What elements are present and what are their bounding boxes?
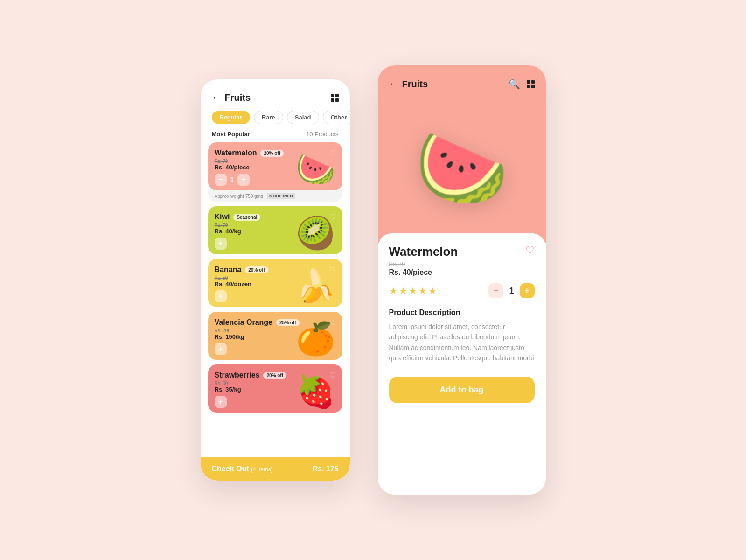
badge-strawberry: 20% off xyxy=(263,372,286,379)
product-name: Watermelon xyxy=(389,245,458,259)
star-3: ★ xyxy=(409,285,417,296)
name-badge-row: Watermelon 20% off xyxy=(215,149,284,157)
fruit-name-kiwi: Kiwi xyxy=(215,213,230,221)
qty-watermelon: 1 xyxy=(230,176,234,183)
product-orig-price: Rs. 70 xyxy=(389,261,535,267)
product-detail-body: Watermelon ♡ Rs. 70 Rs. 40/piece ★ ★ ★ ★… xyxy=(378,233,546,495)
star-2: ★ xyxy=(399,285,407,296)
category-tabs: Regular Rare Salad Other xyxy=(201,109,350,131)
kiwi-card[interactable]: Kiwi Seasonal ♡ Rs. 70 Rs. 40/kg + 🥝 xyxy=(208,206,342,254)
weight-text: Approx weight 750 gms xyxy=(215,194,264,199)
weight-info: Approx weight 750 gms MORE INFO xyxy=(208,190,342,202)
tab-other[interactable]: Other xyxy=(323,111,350,124)
increase-qty-watermelon[interactable]: + xyxy=(237,174,250,186)
rating-stars: ★ ★ ★ ★ ★ xyxy=(389,285,437,296)
qty-control-detail: − 1 + xyxy=(488,283,534,298)
banana-card[interactable]: Banana 20% off ♡ Rs. 50 Rs. 40/dozen + 🍌 xyxy=(208,259,342,307)
add-qty-strawberry[interactable]: + xyxy=(215,396,227,408)
decrease-qty-watermelon[interactable]: − xyxy=(215,174,227,186)
star-5: ★ xyxy=(428,285,437,296)
list-label: Most Popular xyxy=(212,131,250,138)
star-4: ★ xyxy=(418,285,427,296)
badge-banana: 20% off xyxy=(245,266,268,273)
grid-dot xyxy=(331,94,334,97)
search-icon[interactable]: 🔍 xyxy=(509,78,520,90)
grid-dot xyxy=(527,80,530,84)
grid-dot xyxy=(335,98,339,102)
strawberry-image: 🍓 xyxy=(296,375,338,413)
description-title: Product Description xyxy=(389,308,535,317)
hero-section: ← Fruits 🔍 🍉 xyxy=(378,65,546,243)
grid-dot xyxy=(331,98,334,102)
stars-qty-row: ★ ★ ★ ★ ★ − 1 + xyxy=(389,283,535,298)
detail-page-title: Fruits xyxy=(402,79,428,90)
add-qty-kiwi[interactable]: + xyxy=(215,238,227,250)
increase-qty-detail[interactable]: + xyxy=(520,283,535,298)
list-metadata: Most Popular 10 Products xyxy=(201,131,350,142)
discount-badge-watermelon: 20% off xyxy=(260,150,284,157)
add-to-bag-button[interactable]: Add to bag xyxy=(389,377,535,403)
favorite-icon-detail[interactable]: ♡ xyxy=(525,245,535,257)
list-header: ← Fruits xyxy=(201,79,350,109)
fruit-name-strawberry: Strawberries xyxy=(215,371,260,379)
name-badge-kiwi: Kiwi Seasonal xyxy=(215,213,261,221)
banana-image: 🍌 xyxy=(296,270,338,307)
star-1: ★ xyxy=(389,285,397,296)
watermelon-card[interactable]: Watermelon 20% off ♡ Rs. 70 Rs. 40/piece… xyxy=(208,142,342,190)
description-text: Lorem ipsum dolor sit amet, consectetur … xyxy=(389,322,535,364)
fruit-name-orange: Valencia Orange xyxy=(215,318,273,327)
product-count: 10 Products xyxy=(306,131,338,138)
watermelon-image: 🍉 xyxy=(296,153,338,190)
badge-kiwi: Seasonal xyxy=(233,214,260,221)
orange-image: 🍊 xyxy=(296,322,338,360)
detail-header-left: ← Fruits xyxy=(389,79,428,90)
name-badge-banana: Banana 20% off xyxy=(215,266,268,274)
grid-dot xyxy=(527,85,530,88)
back-button[interactable]: ← xyxy=(212,93,220,103)
detail-back-button[interactable]: ← xyxy=(389,79,397,89)
kiwi-image: 🥝 xyxy=(296,217,338,254)
grid-dot xyxy=(531,80,535,84)
name-badge-strawberry: Strawberries 20% off xyxy=(215,371,287,379)
add-qty-banana[interactable]: + xyxy=(215,290,227,302)
detail-header: ← Fruits 🔍 xyxy=(378,65,546,94)
detail-grid-icon[interactable] xyxy=(527,80,535,88)
grid-dot xyxy=(335,94,339,97)
tab-salad[interactable]: Salad xyxy=(287,111,319,124)
grid-view-icon[interactable] xyxy=(331,94,339,102)
fruit-list: Watermelon 20% off ♡ Rs. 70 Rs. 40/piece… xyxy=(201,142,350,453)
add-qty-orange[interactable]: + xyxy=(215,343,227,355)
checkout-price: Rs. 175 xyxy=(312,465,338,473)
hero-fruit-image: 🍉 xyxy=(378,94,546,243)
hero-icons: 🔍 xyxy=(509,78,535,90)
product-price: Rs. 40/piece xyxy=(389,268,535,277)
fruit-name-watermelon: Watermelon xyxy=(215,149,257,157)
fruit-name-banana: Banana xyxy=(215,266,242,274)
strawberry-card[interactable]: Strawberries 20% off ♡ Rs. 50 Rs. 35/kg … xyxy=(208,364,342,413)
header-left: ← Fruits xyxy=(212,92,251,103)
fruit-card-watermelon: Watermelon 20% off ♡ Rs. 70 Rs. 40/piece… xyxy=(208,142,342,202)
tab-regular[interactable]: Regular xyxy=(212,111,250,124)
orange-card[interactable]: Valencia Orange 25% off ♡ Rs. 200 Rs. 15… xyxy=(208,312,342,360)
tab-rare[interactable]: Rare xyxy=(254,111,283,124)
grid-dot xyxy=(531,85,535,88)
more-info-button[interactable]: MORE INFO xyxy=(267,193,295,199)
screen-list: ← Fruits Regular Rare Salad Other Most P… xyxy=(201,79,350,481)
decrease-qty-detail[interactable]: − xyxy=(488,283,503,298)
checkout-label: Check Out (4 items) xyxy=(212,465,273,473)
product-title-row: Watermelon ♡ xyxy=(389,245,535,259)
screen-detail: ← Fruits 🔍 🍉 Watermelo xyxy=(378,65,546,495)
checkout-bar[interactable]: Check Out (4 items) Rs. 175 xyxy=(201,457,350,481)
name-badge-orange: Valencia Orange 25% off xyxy=(215,318,300,327)
qty-detail: 1 xyxy=(509,286,514,296)
page-title: Fruits xyxy=(225,92,251,103)
